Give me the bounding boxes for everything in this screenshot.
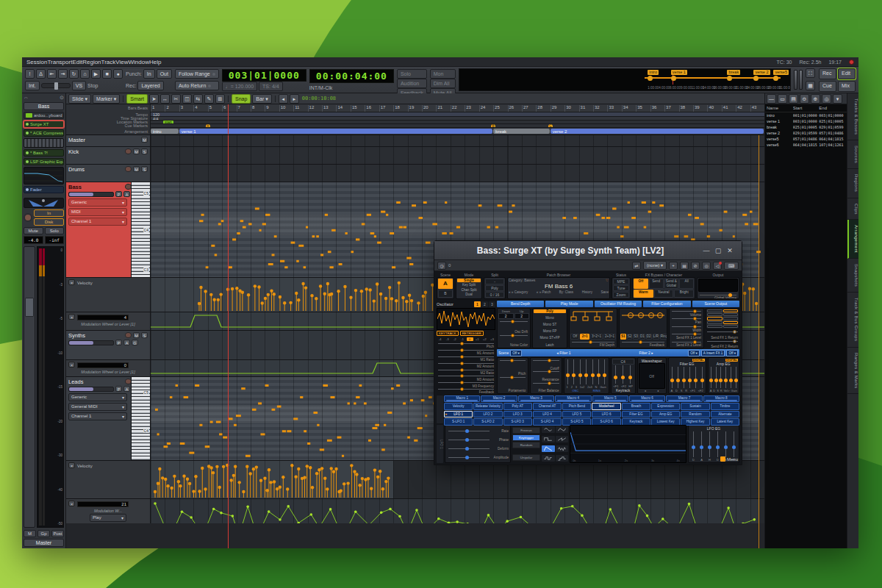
column-header[interactable]: Name <box>767 106 793 110</box>
velocity-lollipop[interactable] <box>332 470 335 473</box>
velocity-lollipop[interactable] <box>269 481 272 484</box>
strip-record-button[interactable] <box>24 213 32 222</box>
midi-note[interactable] <box>199 220 203 222</box>
velocity-lollipop[interactable] <box>282 476 284 478</box>
velocity-lollipop[interactable] <box>235 287 238 290</box>
frame-icon[interactable]: ⛶ <box>806 68 815 78</box>
midi-note[interactable] <box>449 232 453 234</box>
velocity-lollipop[interactable] <box>226 288 229 291</box>
solo-button[interactable]: S <box>141 332 148 338</box>
midi-note[interactable] <box>429 396 432 398</box>
midi-note[interactable] <box>391 387 394 390</box>
octave-option[interactable]: -4 <box>437 337 443 341</box>
tool-grab[interactable]: ➤ <box>149 94 159 104</box>
octave-option[interactable]: -2 <box>451 337 458 341</box>
mute-button[interactable]: M <box>133 148 140 154</box>
mixer-channel-slider[interactable] <box>566 359 570 385</box>
velocity-lollipop[interactable] <box>219 293 222 295</box>
midi-note[interactable] <box>584 232 588 234</box>
midi-note[interactable] <box>189 452 194 454</box>
section-row[interactable]: break025|01|0005029|01|0599 <box>765 124 847 130</box>
automation-node[interactable] <box>212 508 215 511</box>
retrigger-toggle[interactable]: RETRIGGER <box>460 331 484 336</box>
velocity-lollipop[interactable] <box>209 293 212 296</box>
lfo-shape-snh[interactable] <box>542 455 555 462</box>
filter1-type-dropdown[interactable]: Off ▾ <box>510 350 522 356</box>
velocity-lollipop[interactable] <box>261 301 264 304</box>
midi-note[interactable] <box>223 437 227 439</box>
mixer-channel-slider[interactable] <box>578 359 582 385</box>
zoom-out-icon[interactable]: ⊖ <box>800 94 809 104</box>
midi-note[interactable] <box>298 245 304 247</box>
channel-dropdown[interactable]: Channel 1▾ <box>68 218 127 226</box>
feedback-slider[interactable]: Feedback <box>620 340 666 347</box>
patch-by[interactable]: By: Class <box>559 290 573 294</box>
menu-item[interactable]: Edit <box>72 59 82 65</box>
velocity-lollipop[interactable] <box>234 465 237 468</box>
midi-note[interactable] <box>325 214 328 216</box>
section-row[interactable]: intro001|01|0000003|01|0000 <box>765 112 847 118</box>
midi-note[interactable] <box>236 415 241 417</box>
midi-note[interactable] <box>234 424 237 426</box>
midi-note[interactable] <box>396 384 400 387</box>
filter-config-option[interactable]: L/R <box>653 334 659 340</box>
velocity-lollipop[interactable] <box>166 484 169 487</box>
tempo-button[interactable]: ♩= 120.000 <box>222 82 257 91</box>
mod-value[interactable]: 0 <box>77 362 129 368</box>
filter-eg-slider[interactable] <box>694 366 698 389</box>
midi-note[interactable] <box>317 424 319 426</box>
fx-bypass-option[interactable]: Send & Global <box>664 279 679 289</box>
dim-all-button[interactable]: Dim All <box>430 79 456 88</box>
velocity-lollipop[interactable] <box>410 299 413 302</box>
velocity-lollipop[interactable] <box>360 290 363 293</box>
waveshaper-display[interactable]: Off <box>639 363 665 389</box>
automation-node[interactable] <box>329 508 332 511</box>
midi-note[interactable] <box>240 220 244 222</box>
automation-node[interactable] <box>354 510 357 513</box>
midi-note[interactable] <box>399 226 403 229</box>
velocity-lollipop[interactable] <box>267 293 270 296</box>
velocity-lollipop[interactable] <box>201 467 204 470</box>
velocity-lollipop[interactable] <box>222 465 225 468</box>
keytrack-toggle[interactable]: KEYTRACK <box>437 331 459 336</box>
automation-node[interactable] <box>181 510 184 513</box>
midi-note[interactable] <box>218 223 221 225</box>
macro-cell[interactable]: Macro 2 <box>481 395 517 402</box>
midi-note[interactable] <box>176 384 179 387</box>
pan-control[interactable] <box>24 198 64 208</box>
amp-eg-slider[interactable] <box>709 366 713 389</box>
automation-node[interactable] <box>571 505 574 508</box>
midi-note[interactable] <box>562 217 566 219</box>
velocity-lollipop[interactable] <box>334 467 337 470</box>
oscillator-waveform[interactable] <box>437 308 495 330</box>
midi-note[interactable] <box>631 217 636 219</box>
lfo-display[interactable]: 0s 1s 2s 3s 4s <box>570 425 686 463</box>
solo-button[interactable]: Solo <box>397 69 427 79</box>
status-option[interactable]: MPE <box>613 279 629 284</box>
tool-internal-edit[interactable]: ⊞ <box>215 94 225 104</box>
mixer-channel-slider[interactable] <box>597 359 600 385</box>
automation-node[interactable] <box>520 516 523 519</box>
section-header[interactable]: Play Mode <box>545 301 592 307</box>
midi-note[interactable] <box>753 223 759 225</box>
slfo-source-cell[interactable]: S-LFO 2 <box>473 418 502 426</box>
velocity-lollipop[interactable] <box>192 490 195 492</box>
record-button[interactable]: ● <box>113 69 123 79</box>
velocity-lollipop[interactable] <box>337 290 340 293</box>
monitor-disk-button[interactable]: Disk <box>34 218 64 226</box>
keyboard-icon[interactable]: ⌨ <box>724 262 739 270</box>
save-preset-icon[interactable]: ▤ <box>680 262 689 270</box>
plugin-active-led[interactable] <box>26 132 29 135</box>
monitor-input-button[interactable]: In <box>34 209 64 217</box>
favorite-heart-icon[interactable]: ♡ <box>606 279 609 282</box>
velocity-lollipop[interactable] <box>297 467 300 470</box>
follow-range-toggle[interactable]: Follow Range <box>175 69 219 79</box>
mod-lane-canvas-svg[interactable] <box>151 499 764 523</box>
automation-button[interactable]: A <box>123 340 130 345</box>
mixer-channel-slider[interactable] <box>584 359 588 385</box>
velocity-lollipop[interactable] <box>204 487 207 490</box>
waveshaper-next[interactable]: ▸ <box>658 389 659 392</box>
velocity-lollipop[interactable] <box>286 487 289 490</box>
tool-audition[interactable]: ⇆ <box>193 94 203 104</box>
mute-button[interactable]: M <box>133 332 140 338</box>
